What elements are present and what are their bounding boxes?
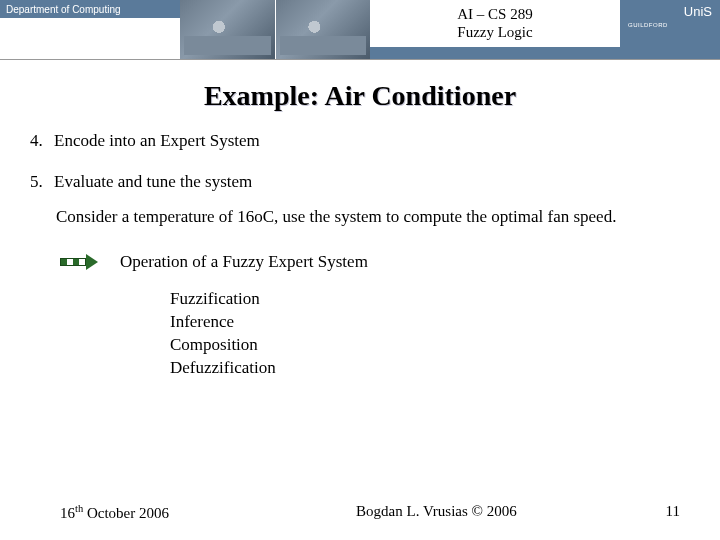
steps-list: Fuzzification Inference Composition Defu… bbox=[170, 288, 690, 380]
operation-heading: Operation of a Fuzzy Expert System bbox=[120, 251, 368, 274]
header-left-fill bbox=[0, 18, 180, 59]
step-composition: Composition bbox=[170, 334, 690, 357]
step-fuzzification: Fuzzification bbox=[170, 288, 690, 311]
header-center-bar bbox=[370, 47, 620, 59]
list-item-5: 5. Evaluate and tune the system bbox=[30, 171, 690, 194]
slide-footer: 16th October 2006 Bogdan L. Vrusias © 20… bbox=[0, 503, 720, 522]
list-text-4: Encode into an Expert System bbox=[54, 130, 260, 153]
list-text-5: Evaluate and tune the system bbox=[54, 171, 252, 194]
course-line-2: Fuzzy Logic bbox=[457, 24, 532, 41]
footer-date-sup: th bbox=[75, 503, 83, 514]
slide-title: Example: Air Conditioner bbox=[0, 80, 720, 112]
header-left: Department of Computing bbox=[0, 0, 180, 59]
header-center: AI – CS 289 Fuzzy Logic bbox=[370, 0, 620, 59]
consider-text: Consider a temperature of 16oC, use the … bbox=[56, 206, 690, 229]
logo-text: UniS bbox=[684, 4, 712, 19]
footer-date-post: October 2006 bbox=[83, 505, 169, 521]
department-label: Department of Computing bbox=[0, 0, 180, 18]
list-item-4: 4. Encode into an Expert System bbox=[30, 130, 690, 153]
list-number-5: 5. bbox=[30, 171, 54, 194]
arrow-icon bbox=[60, 255, 100, 269]
slide-content: 4. Encode into an Expert System 5. Evalu… bbox=[0, 112, 720, 380]
logo-subtext: GUILDFORD bbox=[628, 22, 668, 28]
header-right-bar bbox=[620, 47, 720, 59]
list-number-4: 4. bbox=[30, 130, 54, 153]
course-title-block: AI – CS 289 Fuzzy Logic bbox=[370, 0, 620, 47]
operation-row: Operation of a Fuzzy Expert System bbox=[60, 251, 690, 274]
footer-date: 16th October 2006 bbox=[60, 503, 281, 522]
header-right: UniS GUILDFORD bbox=[620, 0, 720, 59]
course-line-1: AI – CS 289 bbox=[457, 6, 532, 23]
header-photo-2 bbox=[276, 0, 371, 59]
footer-page-number: 11 bbox=[591, 503, 680, 522]
step-defuzzification: Defuzzification bbox=[170, 357, 690, 380]
footer-author: Bogdan L. Vrusias © 2006 bbox=[281, 503, 591, 522]
slide-header: Department of Computing AI – CS 289 Fuzz… bbox=[0, 0, 720, 60]
header-photos bbox=[180, 0, 370, 59]
header-photo-1 bbox=[180, 0, 276, 59]
step-inference: Inference bbox=[170, 311, 690, 334]
university-logo: UniS GUILDFORD bbox=[620, 0, 720, 47]
footer-date-pre: 16 bbox=[60, 505, 75, 521]
